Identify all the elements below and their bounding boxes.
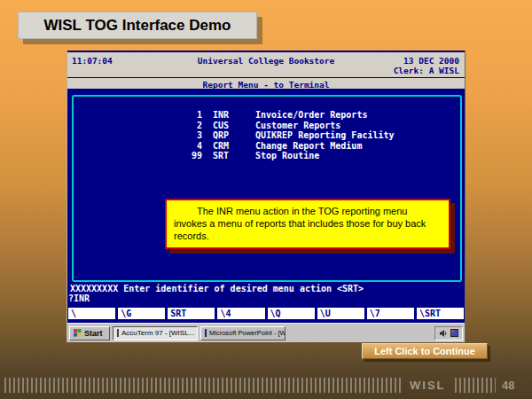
- menu-item-number: 4: [190, 141, 202, 152]
- menu-item-desc: Stop Routine: [255, 151, 319, 161]
- softkey-f1[interactable]: \: [68, 308, 115, 319]
- menu-item-code: SRT: [213, 151, 243, 161]
- menu-item-number: 1: [190, 110, 202, 121]
- softkey-f6[interactable]: \U: [317, 308, 364, 319]
- header-divider: [67, 77, 465, 78]
- softkey-f5[interactable]: \Q: [268, 308, 315, 319]
- menu-item-crm: 4 CRM Change Report Medium: [190, 141, 395, 152]
- slide-footer: WISL 48: [0, 376, 532, 395]
- terminal-screen[interactable]: 1 INR Invoice/Order Reports 2 CUS Custom…: [67, 89, 465, 323]
- taskbar-task-accuterm[interactable]: AccuTerm 97 - [WISL...: [113, 326, 198, 340]
- task-label: AccuTerm 97 - [WISL...: [121, 329, 194, 337]
- speaker-icon[interactable]: [439, 329, 448, 338]
- annotation-callout: The INR menu action in the TOG reporting…: [165, 199, 450, 249]
- display-icon[interactable]: [450, 329, 458, 337]
- menu-item-desc: Change Report Medium: [255, 141, 362, 152]
- terminal-date: 13 DEC 2000: [403, 56, 459, 66]
- menu-item-cus: 2 CUS Customer Reports: [190, 121, 395, 131]
- start-button[interactable]: Start: [69, 326, 110, 340]
- terminal-header: 11:07:04 Universal College Bookstore 13 …: [67, 51, 465, 89]
- softkey-row: \ \G SRT \4 \Q \U \7 \SRT: [68, 308, 464, 319]
- report-menu-list: 1 INR Invoice/Order Reports 2 CUS Custom…: [190, 110, 395, 161]
- windows-logo-icon: [74, 329, 82, 337]
- accuterm-window: 11:07:04 Universal College Bookstore 13 …: [66, 51, 466, 342]
- menu-item-desc: QUIKREP Reporting Facility: [255, 130, 395, 141]
- footer-stripes-right: [455, 378, 496, 393]
- menu-item-srt: 99 SRT Stop Routine: [190, 151, 395, 161]
- softkey-f4[interactable]: \4: [217, 308, 264, 319]
- footer-stripes-left: [4, 378, 402, 393]
- menu-item-code: CRM: [213, 141, 243, 152]
- softkey-f7[interactable]: \7: [367, 308, 414, 319]
- prompt-line: XXXXXXXXX Enter identifier of desired me…: [70, 284, 364, 293]
- terminal-clerk: Clerk: A WISL: [394, 66, 459, 75]
- command-input[interactable]: ?INR: [68, 293, 90, 303]
- menu-item-desc: Customer Reports: [255, 121, 340, 131]
- menu-item-number: 3: [190, 130, 202, 141]
- prompt-message: Enter identifier of desired menu action …: [118, 284, 364, 293]
- footer-brand: WISL: [410, 379, 446, 392]
- menu-item-number: 99: [190, 151, 202, 161]
- menu-item-inr: 1 INR Invoice/Order Reports: [190, 110, 395, 121]
- menu-item-code: INR: [213, 110, 243, 121]
- accuterm-icon: [117, 329, 119, 337]
- menu-item-qrp: 3 QRP QUIKREP Reporting Facility: [190, 130, 395, 141]
- system-tray: [434, 326, 463, 340]
- continue-button[interactable]: Left Click to Continue: [362, 343, 488, 359]
- softkey-f8[interactable]: \SRT: [417, 308, 464, 319]
- taskbar-task-powerpoint[interactable]: Microsoft PowerPoint - [W...: [200, 326, 286, 340]
- start-label: Start: [84, 329, 103, 338]
- slide-page-number: 48: [502, 379, 514, 392]
- powerpoint-icon: [205, 329, 207, 337]
- softkey-f2[interactable]: \G: [118, 308, 165, 319]
- task-label: Microsoft PowerPoint - [W...: [209, 329, 286, 337]
- menu-item-code: QRP: [213, 130, 243, 141]
- menu-item-desc: Invoice/Order Reports: [255, 110, 367, 121]
- windows-taskbar: Start AccuTerm 97 - [WISL... Microsoft P…: [67, 323, 465, 342]
- prompt-flash-indicator: XXXXXXXXX: [70, 284, 118, 293]
- menu-item-code: CUS: [213, 121, 243, 131]
- softkey-f3[interactable]: SRT: [168, 308, 215, 319]
- slide-title: WISL TOG Interface Demo: [18, 12, 257, 39]
- menu-item-number: 2: [190, 121, 202, 131]
